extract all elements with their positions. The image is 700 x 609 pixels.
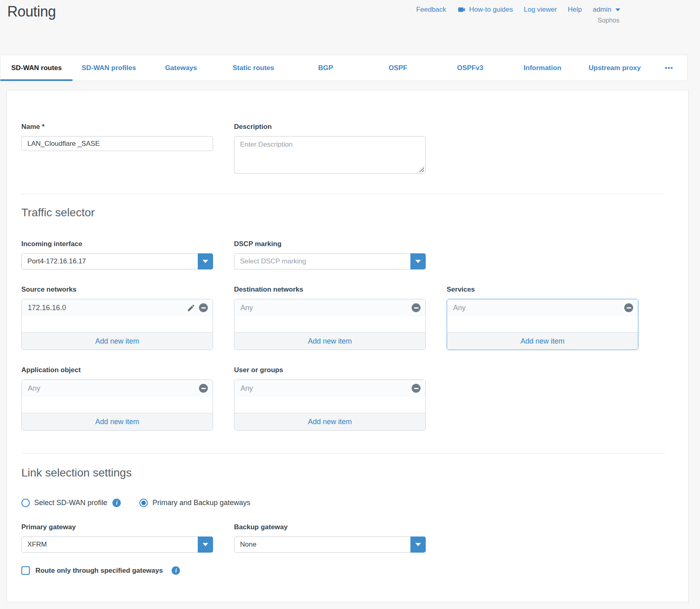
help-link[interactable]: Help — [568, 6, 582, 14]
services-label: Services — [447, 286, 638, 294]
destination-networks-group: Destination networks Any Add new item — [234, 286, 426, 350]
tab-static-routes[interactable]: Static routes — [217, 55, 289, 81]
destination-networks-box: Any Add new item — [234, 299, 426, 350]
remove-item-icon[interactable] — [624, 303, 633, 312]
primary-gateway-group: Primary gateway XFRM — [21, 523, 213, 553]
routing-page: Routing Feedback How-to guides Log viewe… — [0, 0, 700, 609]
application-object-label: Application object — [21, 366, 213, 374]
dscp-marking-group: DSCP marking Select DSCP marking — [234, 240, 426, 269]
add-new-item-button[interactable]: Add new item — [234, 332, 425, 350]
backup-gateway-label: Backup gateway — [234, 523, 426, 531]
required-mark: * — [42, 123, 45, 130]
page-title: Routing — [7, 3, 56, 20]
add-new-item-button[interactable]: Add new item — [447, 332, 638, 350]
list-item: Any — [22, 380, 213, 397]
description-label: Description — [234, 123, 426, 131]
list-item-label: Any — [240, 384, 253, 393]
user-or-groups-group: User or groups Any Add new item — [234, 366, 426, 431]
tab-overflow-menu[interactable]: ••• — [651, 55, 687, 81]
feedback-link[interactable]: Feedback — [416, 6, 446, 14]
selected-value: Port4-172.16.16.17 — [27, 257, 86, 265]
add-new-item-button[interactable]: Add new item — [22, 413, 213, 430]
backup-gateway-group: Backup gateway None — [234, 523, 426, 553]
services-group: Services Any Add new item — [447, 286, 638, 350]
list-item-label: Any — [453, 304, 466, 312]
services-box: Any Add new item — [447, 299, 638, 350]
radio-label: Primary and Backup gateways — [152, 499, 250, 507]
add-new-item-button[interactable]: Add new item — [234, 413, 425, 430]
source-networks-group: Source networks 172.16.16.0 Add new item — [21, 286, 213, 350]
list-item-label: Any — [240, 304, 253, 312]
incoming-interface-group: Incoming interface Port4-172.16.16.17 — [21, 240, 213, 269]
dscp-marking-label: DSCP marking — [234, 240, 426, 248]
radio-label: Select SD-WAN profile — [34, 499, 107, 507]
description-field-group: Description — [234, 123, 426, 175]
chevron-down-icon[interactable] — [198, 536, 213, 553]
chevron-down-icon[interactable] — [410, 253, 426, 269]
route-only-checkbox[interactable] — [21, 566, 30, 575]
tab-upstream-proxy[interactable]: Upstream proxy — [579, 55, 651, 81]
header-links: Feedback How-to guides Log viewer Help a… — [416, 5, 620, 14]
user-or-groups-label: User or groups — [234, 366, 426, 374]
list-item-label: Any — [28, 384, 40, 393]
tab-gateways[interactable]: Gateways — [145, 55, 217, 81]
link-selection-heading: Link selection settings — [21, 466, 665, 479]
name-label: Name * — [21, 123, 213, 131]
tab-sdwan-profiles[interactable]: SD-WAN profiles — [72, 55, 145, 81]
page-header: Routing Feedback How-to guides Log viewe… — [0, 0, 700, 55]
backup-gateway-select[interactable]: None — [234, 536, 426, 553]
description-textarea[interactable] — [234, 136, 426, 174]
radio-select-sdwan-profile[interactable] — [21, 499, 30, 507]
divider — [21, 453, 665, 454]
placeholder-value: Select DSCP marking — [240, 257, 306, 265]
remove-item-icon[interactable] — [199, 384, 208, 393]
howto-guides-link[interactable]: How-to guides — [457, 5, 513, 14]
chevron-down-icon[interactable] — [198, 253, 213, 269]
tab-ospf[interactable]: OSPF — [362, 55, 434, 81]
list-empty-space — [22, 397, 213, 413]
list-item: Any — [234, 380, 425, 397]
selected-value: XFRM — [27, 541, 47, 549]
log-viewer-link[interactable]: Log viewer — [524, 6, 557, 14]
name-input[interactable] — [21, 136, 213, 151]
remove-item-icon[interactable] — [412, 303, 420, 312]
route-only-label: Route only through specified gateways — [35, 567, 163, 575]
list-item: Any — [234, 299, 425, 316]
list-item: Any — [447, 299, 638, 316]
selected-value: None — [240, 541, 257, 549]
video-camera-icon — [457, 5, 466, 14]
radio-primary-backup-gateways[interactable] — [139, 499, 148, 507]
add-new-item-button[interactable]: Add new item — [22, 332, 213, 350]
info-icon[interactable]: i — [172, 566, 180, 575]
tab-ospfv3[interactable]: OSPFv3 — [434, 55, 506, 81]
sdwan-route-form: Name * Description Traffic selector Inco… — [6, 90, 689, 602]
list-empty-space — [447, 316, 638, 332]
user-menu[interactable]: admin — [593, 6, 620, 14]
tab-sdwan-routes[interactable]: SD-WAN routes — [0, 55, 72, 81]
name-field-group: Name * — [21, 123, 213, 151]
tab-information[interactable]: Information — [506, 55, 578, 81]
brand-label: Sophos — [598, 17, 619, 24]
application-object-group: Application object Any Add new item — [21, 366, 213, 431]
traffic-selector-heading: Traffic selector — [21, 206, 665, 219]
tab-bgp[interactable]: BGP — [290, 55, 362, 81]
source-networks-label: Source networks — [21, 286, 213, 294]
remove-item-icon[interactable] — [412, 384, 420, 393]
info-icon[interactable]: i — [112, 499, 121, 507]
primary-gateway-select[interactable]: XFRM — [21, 536, 213, 553]
incoming-interface-select[interactable]: Port4-172.16.16.17 — [21, 253, 213, 269]
incoming-interface-label: Incoming interface — [21, 240, 213, 248]
remove-item-icon[interactable] — [199, 303, 208, 312]
list-item: 172.16.16.0 — [22, 299, 213, 316]
chevron-down-icon[interactable] — [410, 536, 426, 553]
tab-bar: SD-WAN routes SD-WAN profiles Gateways S… — [0, 55, 688, 81]
user-or-groups-box: Any Add new item — [234, 379, 426, 431]
list-empty-space — [234, 397, 425, 413]
list-item-label: 172.16.16.0 — [28, 304, 66, 312]
dscp-marking-select[interactable]: Select DSCP marking — [234, 253, 426, 269]
list-empty-space — [22, 316, 213, 332]
primary-gateway-label: Primary gateway — [21, 523, 213, 531]
divider — [21, 194, 665, 194]
edit-pencil-icon[interactable] — [187, 304, 195, 312]
destination-networks-label: Destination networks — [234, 286, 426, 294]
